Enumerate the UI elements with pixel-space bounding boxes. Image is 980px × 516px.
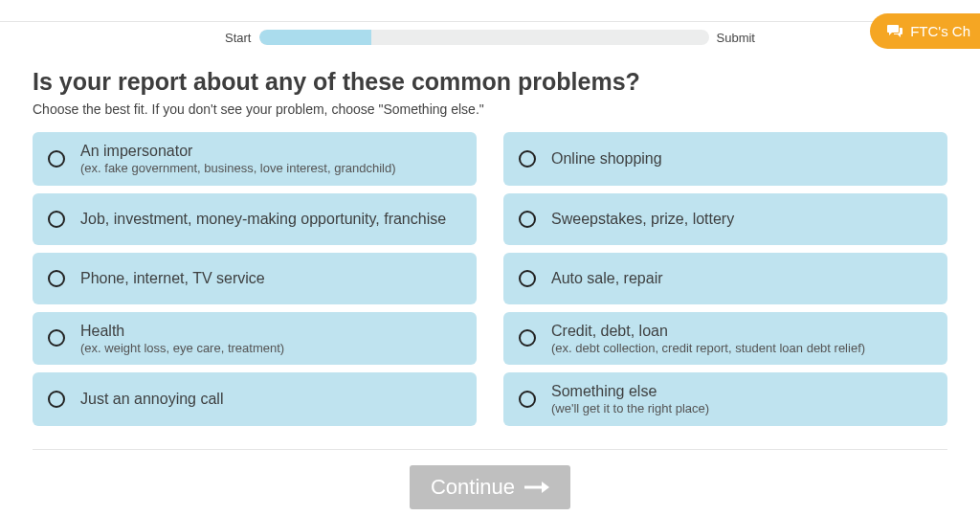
option-sub: (ex. weight loss, eye care, treatment) <box>80 341 284 356</box>
radio-icon <box>48 391 65 408</box>
option-sub: (ex. fake government, business, love int… <box>80 161 396 176</box>
radio-icon <box>519 211 536 228</box>
radio-icon <box>519 270 536 287</box>
option-sub: (we'll get it to the right place) <box>551 401 709 416</box>
option-job-investment[interactable]: Job, investment, money-making opportunit… <box>33 193 477 245</box>
radio-icon <box>519 391 536 408</box>
option-title: Credit, debt, loan <box>551 322 865 341</box>
radio-icon <box>48 150 65 168</box>
option-online-shopping[interactable]: Online shopping <box>503 132 947 186</box>
option-title: Job, investment, money-making opportunit… <box>80 210 446 229</box>
option-impersonator[interactable]: An impersonator (ex. fake government, bu… <box>33 132 477 186</box>
option-annoying-call[interactable]: Just an annoying call <box>33 372 477 426</box>
arrow-right-icon <box>524 481 549 494</box>
radio-icon <box>48 211 65 228</box>
section-divider <box>33 449 947 450</box>
option-title: Phone, internet, TV service <box>80 269 265 288</box>
progress-fill <box>259 30 372 45</box>
chat-icon <box>887 25 902 38</box>
option-auto-sale-repair[interactable]: Auto sale, repair <box>503 253 947 304</box>
option-title: Online shopping <box>551 149 662 168</box>
progress-submit-label: Submit <box>717 31 755 45</box>
option-sweepstakes[interactable]: Sweepstakes, prize, lottery <box>503 193 947 245</box>
option-title: Health <box>80 322 284 341</box>
option-title: Sweepstakes, prize, lottery <box>551 210 734 229</box>
option-sub: (ex. debt collection, credit report, stu… <box>551 341 865 356</box>
option-phone-internet-tv[interactable]: Phone, internet, TV service <box>33 253 477 304</box>
radio-icon <box>519 329 536 347</box>
option-title: Auto sale, repair <box>551 269 663 288</box>
chat-label: FTC's Ch <box>910 23 970 39</box>
radio-icon <box>48 329 65 347</box>
chat-tab[interactable]: FTC's Ch <box>870 13 980 49</box>
radio-icon <box>519 150 536 168</box>
option-title: An impersonator <box>80 142 396 161</box>
continue-label: Continue <box>431 475 515 500</box>
page-subhead: Choose the best fit. If you don't see yo… <box>33 101 947 117</box>
option-title: Just an annoying call <box>80 390 223 409</box>
radio-icon <box>48 270 65 287</box>
progress-start-label: Start <box>225 31 251 45</box>
option-something-else[interactable]: Something else (we'll get it to the righ… <box>503 372 947 426</box>
page-title: Is your report about any of these common… <box>33 68 947 96</box>
progress-track <box>259 30 709 45</box>
option-credit-debt-loan[interactable]: Credit, debt, loan (ex. debt collection,… <box>503 312 947 366</box>
option-health[interactable]: Health (ex. weight loss, eye care, treat… <box>33 312 477 366</box>
continue-button[interactable]: Continue <box>410 465 570 509</box>
options-grid: An impersonator (ex. fake government, bu… <box>33 132 947 426</box>
option-title: Something else <box>551 382 709 401</box>
progress-bar: Start Submit <box>0 22 980 45</box>
